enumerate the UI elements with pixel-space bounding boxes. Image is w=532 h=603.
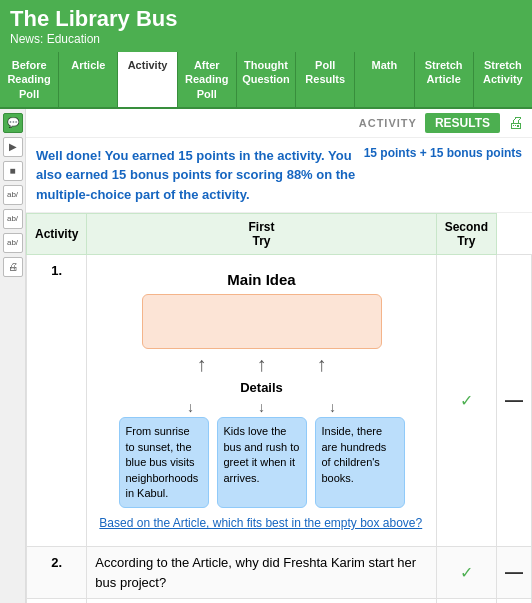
detail-boxes-row: From sunrise to sunset, the blue bus vis…: [99, 417, 423, 508]
arrow-down-3: ↓: [329, 399, 336, 415]
col-second-try-header: SecondTry: [436, 214, 496, 255]
ab-icon-2[interactable]: ab/: [3, 209, 23, 229]
tab-article[interactable]: Article: [59, 52, 118, 107]
col-activity-header: Activity: [27, 214, 87, 255]
question-2-text: According to the Article, why did Fresht…: [95, 553, 427, 592]
tab-poll-results[interactable]: Poll Results: [296, 52, 355, 107]
row-1-first-try: ✓: [436, 255, 496, 547]
arrow-down-2: ↓: [258, 399, 265, 415]
table-row: 2. According to the Article, why did Fre…: [27, 547, 532, 599]
app-header: The Library Bus News: Education: [0, 0, 532, 52]
ab-icon-3[interactable]: ab/: [3, 233, 23, 253]
row-content-1: Main Idea ↑ ↑ ↑ Details ↓ ↓ ↓: [87, 255, 436, 547]
print-sidebar-icon[interactable]: 🖨: [3, 257, 23, 277]
row-1-second-try: —: [497, 255, 532, 547]
activity-label: ACTIVITY: [359, 117, 417, 129]
table-row: 3. Which two words are the closest anton…: [27, 599, 532, 603]
app-subtitle: News: Education: [10, 32, 522, 46]
row-content-2: According to the Article, why did Fresht…: [87, 547, 436, 599]
tab-activity[interactable]: Activity: [118, 52, 177, 107]
table-row: 1. Main Idea ↑ ↑ ↑ Details: [27, 255, 532, 547]
arrow-up-2: ↑: [257, 353, 267, 376]
sidebar: 💬 ▶ ■ ab/ ab/ ab/ 🖨: [0, 109, 26, 603]
row-content-3: Which two words are the closest antonyms…: [87, 599, 436, 603]
tab-after-reading-poll[interactable]: After Reading Poll: [178, 52, 237, 107]
row-3-first-try: ✓: [436, 599, 496, 603]
detail-box-1: From sunrise to sunset, the blue bus vis…: [119, 417, 209, 508]
arrow-up-3: ↑: [317, 353, 327, 376]
activity-table: Activity FirstTry SecondTry 1. Main Idea…: [26, 213, 532, 603]
row-3-second-try: —: [497, 599, 532, 603]
detail-box-2: Kids love the bus and rush to greet it w…: [217, 417, 307, 508]
row-num-2: 2.: [27, 547, 87, 599]
diagram-question-link[interactable]: Based on the Article, which fits best in…: [99, 516, 423, 530]
tab-before-reading-poll[interactable]: Before Reading Poll: [0, 52, 59, 107]
tab-stretch-activity[interactable]: Stretch Activity: [474, 52, 532, 107]
row-2-first-try: ✓: [436, 547, 496, 599]
arrow-down-1: ↓: [187, 399, 194, 415]
details-label: Details: [99, 380, 423, 395]
arrow-up-1: ↑: [197, 353, 207, 376]
play-icon[interactable]: ▶: [3, 137, 23, 157]
nav-tabs: Before Reading Poll Article Activity Aft…: [0, 52, 532, 109]
score-banner: Well done! You earned 15 points in the a…: [26, 138, 532, 214]
diagram-title: Main Idea: [99, 271, 423, 288]
col-first-try-header: FirstTry: [87, 214, 436, 255]
square-icon[interactable]: ■: [3, 161, 23, 181]
detail-box-3: Inside, there are hundreds of children's…: [315, 417, 405, 508]
main-idea-box: [142, 294, 382, 349]
print-icon[interactable]: 🖨: [508, 114, 524, 132]
tab-math[interactable]: Math: [355, 52, 414, 107]
score-message: Well done! You earned 15 points in the a…: [36, 146, 356, 205]
main-content: ACTIVITY RESULTS 🖨 Well done! You earned…: [26, 109, 532, 603]
diagram-container: Main Idea ↑ ↑ ↑ Details ↓ ↓ ↓: [95, 261, 427, 540]
row-2-second-try: —: [497, 547, 532, 599]
app-title: The Library Bus: [10, 6, 522, 32]
chat-icon[interactable]: 💬: [3, 113, 23, 133]
content-wrapper: 💬 ▶ ■ ab/ ab/ ab/ 🖨 ACTIVITY RESULTS 🖨 W…: [0, 109, 532, 603]
tab-thought-question[interactable]: Thought Question: [237, 52, 296, 107]
results-button[interactable]: RESULTS: [425, 113, 500, 133]
row-num-1: 1.: [27, 255, 87, 547]
results-bar: ACTIVITY RESULTS 🖨: [26, 109, 532, 138]
score-points: 15 points + 15 bonus points: [364, 146, 522, 160]
ab-icon-1[interactable]: ab/: [3, 185, 23, 205]
tab-stretch-article[interactable]: Stretch Article: [415, 52, 474, 107]
row-num-3: 3.: [27, 599, 87, 603]
